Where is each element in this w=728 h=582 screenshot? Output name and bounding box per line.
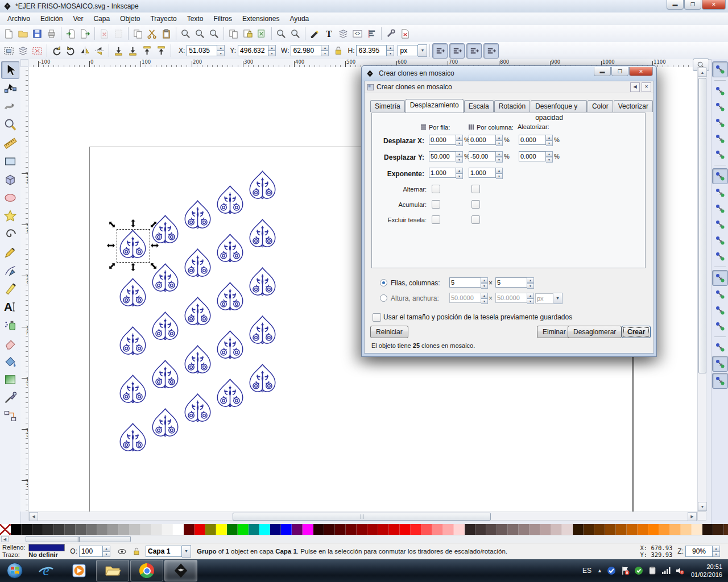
palette-swatch[interactable] — [238, 524, 249, 535]
palette-swatch[interactable] — [421, 524, 432, 535]
palette-swatch[interactable] — [443, 524, 454, 535]
zoom-input[interactable] — [685, 546, 713, 557]
width-height-radio[interactable] — [380, 294, 387, 302]
unclump-button[interactable]: Desaglomerar — [568, 326, 622, 338]
snap-bbox-edges-icon[interactable] — [713, 99, 727, 114]
menu-trayecto[interactable]: Trayecto — [145, 13, 181, 24]
fill-color-swatch[interactable] — [28, 544, 65, 551]
snap-paths-icon[interactable] — [713, 185, 727, 200]
palette-swatch[interactable] — [638, 524, 648, 535]
palette-swatch[interactable] — [713, 524, 724, 535]
connector-icon[interactable] — [2, 408, 19, 425]
clone-tile[interactable] — [214, 281, 246, 314]
palette-swatch[interactable] — [497, 524, 508, 535]
scale-stroke-with-objects-icon[interactable] — [432, 43, 448, 59]
dialog-minimize-button[interactable]: ▬ — [594, 67, 611, 76]
snap-page-border-icon[interactable] — [713, 340, 727, 355]
palette-swatch[interactable] — [32, 524, 43, 535]
lower-icon[interactable] — [126, 44, 140, 58]
opacity-spinner[interactable]: ▲▼ — [103, 546, 110, 557]
layer-select[interactable] — [146, 546, 182, 557]
taskbar-inkscape[interactable] — [164, 560, 197, 581]
new-document-icon[interactable] — [2, 27, 16, 41]
alternate-per-row-checkbox[interactable] — [432, 185, 440, 193]
shift-x-per-row-input[interactable] — [429, 135, 456, 145]
size-unit-select[interactable] — [535, 293, 553, 304]
y-spinner[interactable]: ▲▼ — [268, 45, 276, 56]
snap-object-centers-icon[interactable] — [713, 287, 727, 302]
tweak-icon[interactable] — [2, 98, 19, 115]
palette-swatch[interactable] — [76, 524, 86, 535]
size-unit-dropdown-arrow-icon[interactable]: ▼ — [553, 293, 562, 304]
palette-swatch[interactable] — [584, 524, 594, 535]
vertical-ruler[interactable]: 1000900800700600500400 — [20, 67, 28, 512]
clone-tile[interactable] — [181, 344, 214, 377]
tiled-clones-dialog[interactable]: Crear clones en mosaico ▬ ❐ ✕ Crear clon… — [361, 65, 657, 357]
vertical-scroll-thumb[interactable] — [698, 78, 706, 373]
text-dialog-icon[interactable] — [322, 27, 336, 41]
palette-none-swatch[interactable] — [0, 524, 11, 535]
pencil-icon[interactable] — [2, 244, 19, 261]
palette-swatch[interactable] — [335, 524, 346, 535]
eraser-icon[interactable] — [2, 335, 19, 352]
palette-swatch[interactable] — [86, 524, 97, 535]
palette-swatch[interactable] — [605, 524, 616, 535]
palette-swatch[interactable] — [184, 524, 195, 535]
undo-icon[interactable] — [97, 27, 111, 41]
snap-enable-icon[interactable] — [712, 61, 728, 77]
text-icon[interactable] — [2, 298, 19, 315]
clone-tile[interactable] — [181, 393, 214, 425]
x-input[interactable] — [187, 45, 217, 56]
rows-input[interactable] — [449, 277, 481, 288]
clock[interactable]: 20:51 01/02/2016 — [691, 563, 722, 579]
height-input[interactable] — [449, 293, 481, 303]
move-patterns-with-objects-icon[interactable] — [483, 43, 499, 59]
palette-swatch[interactable] — [486, 524, 497, 535]
shift-x-random-input[interactable] — [519, 135, 546, 145]
palette-swatch[interactable] — [378, 524, 389, 535]
find-replace-icon[interactable] — [288, 27, 303, 41]
scroll-down-icon[interactable]: ▼ — [698, 502, 707, 511]
snap-bounding-box-icon[interactable] — [713, 84, 727, 98]
palette-swatch[interactable] — [140, 524, 151, 535]
save-document-icon[interactable] — [30, 27, 44, 41]
snap-bbox-corners-icon[interactable] — [713, 115, 727, 130]
copy-icon[interactable] — [131, 27, 145, 41]
horizontal-scroll-thumb[interactable] — [233, 513, 491, 521]
palette-swatch[interactable] — [411, 524, 421, 535]
palette-swatch[interactable] — [616, 524, 627, 535]
close-button[interactable]: ✕ — [702, 0, 726, 10]
palette-swatch[interactable] — [324, 524, 335, 535]
window-titlebar[interactable]: *EJER FRISO-MOSAICO.svg - Inkscape ▬ ❐ ✕ — [0, 0, 728, 13]
duplicate-icon[interactable] — [226, 27, 241, 41]
palette-swatch[interactable] — [65, 524, 76, 535]
palette-swatch[interactable] — [97, 524, 108, 535]
rotate-ccw-icon[interactable] — [49, 44, 64, 58]
updates-tray-icon[interactable] — [634, 566, 643, 575]
paste-icon[interactable] — [159, 27, 173, 41]
ellipse-icon[interactable] — [2, 189, 19, 206]
cols-spinner[interactable]: ▲▼ — [527, 277, 534, 288]
horizontal-scrollbar[interactable]: ◀ ▶ — [28, 512, 697, 521]
palette-swatch[interactable] — [205, 524, 216, 535]
shift-y-per-row-spinner[interactable]: ▲▼ — [456, 151, 463, 161]
lock-ratio-icon[interactable] — [331, 44, 345, 58]
palette-swatch[interactable] — [313, 524, 324, 535]
palette-swatch[interactable] — [43, 524, 54, 535]
palette-swatch[interactable] — [173, 524, 184, 535]
palette-swatch[interactable] — [357, 524, 367, 535]
shift-x-per-col-input[interactable] — [469, 135, 496, 145]
spiral-icon[interactable] — [2, 226, 19, 243]
cumulate-per-col-checkbox[interactable] — [471, 200, 480, 209]
snap-cusp-nodes-icon[interactable] — [713, 217, 727, 232]
menu-ver[interactable]: Ver — [68, 13, 88, 24]
export-icon[interactable] — [78, 27, 92, 41]
palette-swatch[interactable] — [670, 524, 681, 535]
palette-swatch[interactable] — [627, 524, 638, 535]
palette-swatch[interactable] — [573, 524, 584, 535]
scroll-right-icon[interactable]: ▶ — [688, 512, 697, 521]
palette-swatch[interactable] — [551, 524, 562, 535]
width-input[interactable] — [495, 293, 527, 303]
rectangle-icon[interactable] — [2, 153, 19, 170]
palette-swatch[interactable] — [432, 524, 443, 535]
